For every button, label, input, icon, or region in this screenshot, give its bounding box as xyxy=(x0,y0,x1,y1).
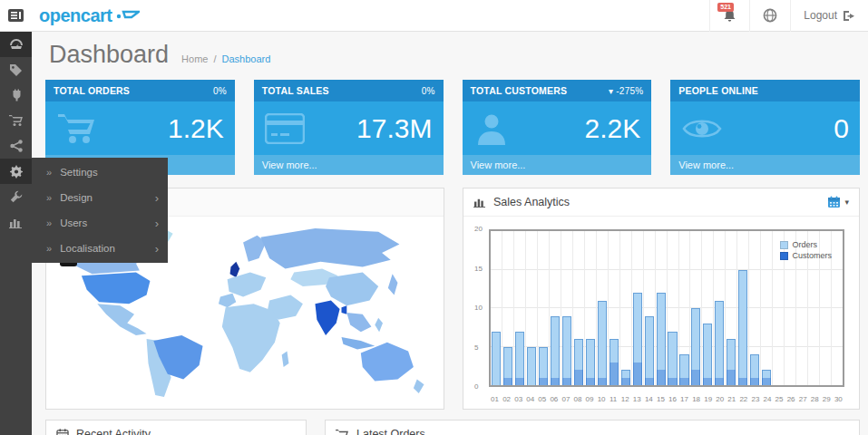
tile-title: TOTAL ORDERS xyxy=(54,85,130,96)
flyout-item-design[interactable]: » Design › xyxy=(32,185,168,210)
chart-x-tick: 29 xyxy=(821,395,833,403)
chart-x-tick: 24 xyxy=(761,395,773,403)
sales-analytics-header: Sales Analytics ▾ xyxy=(463,188,859,217)
bar-chart-icon xyxy=(9,217,23,228)
sidebar-item-catalog[interactable] xyxy=(0,57,32,82)
flyout-item-label: Settings xyxy=(60,167,98,178)
chart-x-tick: 15 xyxy=(655,395,667,403)
chart-plot: Orders Customers xyxy=(489,229,844,387)
chart-x-tick: 27 xyxy=(797,395,809,403)
storefront-button[interactable] xyxy=(749,0,790,32)
sidebar-item-extensions[interactable] xyxy=(0,82,32,108)
tile-value: 1.2K xyxy=(168,115,224,142)
chart-bar-slot xyxy=(690,231,702,385)
chart-x-tick: 23 xyxy=(749,395,761,403)
dashboard-icon xyxy=(9,38,24,51)
view-more-link[interactable]: View more... xyxy=(254,155,444,175)
sidebar-toggle-button[interactable] xyxy=(0,0,32,32)
chart-bar-slot xyxy=(679,231,691,385)
double-chevron-icon: » xyxy=(46,243,52,254)
legend-label-orders: Orders xyxy=(792,240,817,249)
opencart-cart-icon xyxy=(116,8,140,23)
chart-bar-slot xyxy=(702,231,714,385)
chart-bar-slot xyxy=(620,231,632,385)
chart-y-tick: 0 xyxy=(474,382,478,391)
page-header: Dashboard Home / Dashboard xyxy=(49,41,860,69)
sidebar-item-tools[interactable] xyxy=(0,184,32,209)
breadcrumb-current[interactable]: Dashboard xyxy=(222,53,271,64)
sidebar-item-sales[interactable] xyxy=(0,108,32,133)
chart-bar-slot xyxy=(726,231,737,385)
notifications-button[interactable]: 521 xyxy=(709,0,749,32)
chart-bar-slot xyxy=(538,231,550,385)
chart-x-tick: 11 xyxy=(608,395,619,403)
chart-x-tick: 07 xyxy=(560,395,571,403)
legend-swatch-customers xyxy=(780,252,788,260)
menu-toggle-icon xyxy=(8,9,24,22)
recent-activity-panel: Recent Activity xyxy=(45,420,307,435)
chart-bar-slot xyxy=(573,231,585,385)
date-range-button[interactable]: ▾ xyxy=(827,196,849,208)
sidebar-nav xyxy=(0,32,32,435)
view-more-link[interactable]: View more... xyxy=(670,155,860,175)
flyout-item-settings[interactable]: » Settings xyxy=(32,160,168,185)
chart-y-tick: 5 xyxy=(474,343,478,352)
flyout-item-localisation[interactable]: » Localisation › xyxy=(32,236,168,261)
tile-people-online: PEOPLE ONLINE 0 View more... xyxy=(670,80,860,175)
top-header: opencart 521 Log xyxy=(0,0,868,32)
chart-x-tick: 03 xyxy=(512,395,524,403)
chart-bar-slot xyxy=(597,231,609,385)
wrench-icon xyxy=(10,190,23,203)
chart-bar-slot xyxy=(561,231,573,385)
chevron-right-icon: › xyxy=(155,217,159,230)
chart-x-tick: 25 xyxy=(774,395,785,403)
logout-button[interactable]: Logout xyxy=(790,0,868,32)
chart-bar-slot xyxy=(668,231,679,385)
chart-y-tick: 10 xyxy=(474,304,483,312)
chart-x-tick: 22 xyxy=(737,395,749,403)
sidebar-item-marketing[interactable] xyxy=(0,133,32,159)
sidebar-item-dashboard[interactable] xyxy=(0,32,32,57)
chart-bar-slot xyxy=(761,231,773,385)
chevron-right-icon: › xyxy=(155,191,159,205)
double-chevron-icon: » xyxy=(46,192,52,203)
chart-x-tick: 04 xyxy=(524,395,536,403)
double-chevron-icon: » xyxy=(46,218,52,228)
panel-title: Latest Orders xyxy=(356,428,425,435)
flyout-item-label: Localisation xyxy=(60,243,115,254)
chevron-right-icon: › xyxy=(155,242,159,256)
sidebar-item-reports[interactable] xyxy=(0,209,32,235)
chart-x-tick: 10 xyxy=(596,395,608,403)
chart-x-tick: 05 xyxy=(536,395,548,403)
chart-bar-slot xyxy=(644,231,656,385)
chart-bar-slot xyxy=(737,231,749,385)
header-actions: 521 Logout xyxy=(709,0,868,32)
view-more-link[interactable]: View more... xyxy=(463,155,652,175)
tile-total-sales: TOTAL SALES 0% 17.3M View more... xyxy=(254,80,444,175)
opencart-admin-dashboard: opencart 521 Log xyxy=(0,0,868,435)
chart-x-tick: 26 xyxy=(785,395,797,403)
tag-icon xyxy=(9,63,23,76)
sidebar-item-system[interactable] xyxy=(0,159,32,184)
chart-x-tick: 02 xyxy=(501,395,512,403)
tile-title: PEOPLE ONLINE xyxy=(678,85,758,96)
chart-x-tick: 16 xyxy=(667,395,678,403)
flyout-item-users[interactable]: » Users › xyxy=(32,210,168,236)
chart-bar-slot xyxy=(514,231,526,385)
chart-x-tick: 19 xyxy=(702,395,714,403)
gear-icon xyxy=(9,165,23,179)
chart-x-tick: 09 xyxy=(584,395,596,403)
chart-x-tick: 20 xyxy=(714,395,726,403)
chart-x-tick: 17 xyxy=(678,395,690,403)
chart-x-tick: 30 xyxy=(833,395,844,403)
panel-title: Sales Analytics xyxy=(493,196,570,208)
share-icon xyxy=(10,140,23,152)
chart-bar-slot xyxy=(550,231,561,385)
breadcrumb-home[interactable]: Home xyxy=(181,53,208,64)
chart-bar-slot xyxy=(749,231,761,385)
chart-x-tick: 18 xyxy=(690,395,702,403)
breadcrumb-separator: / xyxy=(213,53,216,64)
legend-label-customers: Customers xyxy=(792,251,832,260)
opencart-logo[interactable]: opencart xyxy=(32,5,140,26)
sales-analytics-chart: Orders Customers 01020304050607080910111… xyxy=(487,226,848,407)
